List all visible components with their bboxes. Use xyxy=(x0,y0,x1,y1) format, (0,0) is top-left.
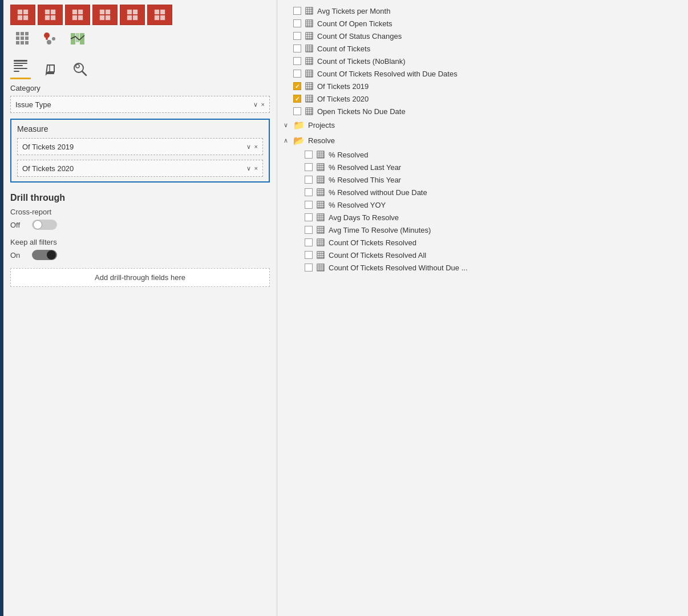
field-checkbox[interactable] xyxy=(305,213,313,221)
svg-point-34 xyxy=(52,37,55,40)
field-label: % Resolved Last Year xyxy=(329,163,401,172)
keep-filters-label: Keep all filters xyxy=(10,238,270,246)
field-checkbox[interactable] xyxy=(305,238,313,246)
field-checkbox[interactable] xyxy=(293,95,301,103)
list-item: % Resolved This Year xyxy=(282,173,681,186)
scatter-plot-icon[interactable] xyxy=(38,29,63,49)
cross-report-toggle-row: Off xyxy=(10,220,270,230)
field-checkbox[interactable] xyxy=(293,44,301,52)
svg-point-33 xyxy=(44,33,50,38)
measure-field-icon xyxy=(305,6,314,15)
svg-rect-29 xyxy=(25,37,29,40)
field-checkbox[interactable] xyxy=(293,7,301,15)
field-label: % Resolved This Year xyxy=(329,176,401,184)
field-checkbox[interactable] xyxy=(293,19,301,27)
field-checkbox[interactable] xyxy=(305,151,313,159)
field-label: Count Of Tickets Resolved with Due Dates xyxy=(317,70,458,78)
measure-chevron-2[interactable]: ∨ xyxy=(246,165,251,172)
category-chevron[interactable]: ∨ xyxy=(253,101,258,108)
svg-rect-18 xyxy=(127,15,132,20)
paint-tool-btn[interactable] xyxy=(40,59,60,79)
field-label: Count Of Open Tickets xyxy=(317,19,392,28)
svg-rect-11 xyxy=(78,15,83,20)
drill-through-section: Drill through Cross-report Off Keep all … xyxy=(10,191,270,289)
folder-projects[interactable]: ∨ 📁 Projects xyxy=(282,117,681,133)
field-label: % Resolved xyxy=(329,151,368,159)
cross-report-toggle-label: Off xyxy=(10,221,27,229)
category-dropdown[interactable]: Issue Type ∨ × xyxy=(10,96,270,113)
svg-line-48 xyxy=(82,71,86,75)
report-icon-5[interactable] xyxy=(120,5,145,25)
svg-point-36 xyxy=(46,38,48,40)
field-checkbox[interactable] xyxy=(305,264,313,271)
svg-rect-23 xyxy=(160,15,165,20)
category-value: Issue Type xyxy=(15,100,253,109)
folder-resolve[interactable]: ∧ 📂 Resolve xyxy=(282,133,681,148)
add-drillthrough-btn[interactable]: Add drill-through fields here xyxy=(10,268,270,287)
field-checkbox[interactable] xyxy=(305,201,313,209)
field-checkbox[interactable] xyxy=(305,188,313,196)
svg-rect-32 xyxy=(25,41,29,44)
list-item: Count Of Tickets Resolved xyxy=(282,236,681,249)
report-icon-2[interactable] xyxy=(38,5,63,25)
svg-rect-45 xyxy=(46,72,54,74)
field-checkbox[interactable] xyxy=(293,57,301,65)
svg-rect-12 xyxy=(100,10,104,14)
category-close[interactable]: × xyxy=(261,101,265,108)
right-panel: Avg Tickets per Month Count Of Open Tick… xyxy=(277,0,688,616)
measure-close-1[interactable]: × xyxy=(254,143,258,150)
drill-title: Drill through xyxy=(10,193,270,203)
measure-field-icon xyxy=(316,175,325,184)
list-item: Avg Days To Resolve xyxy=(282,211,681,224)
measure-close-2[interactable]: × xyxy=(254,165,258,172)
field-checkbox[interactable] xyxy=(305,163,313,171)
report-icon-4[interactable] xyxy=(92,5,118,25)
svg-rect-8 xyxy=(72,10,77,14)
format-tool-btn[interactable] xyxy=(10,56,31,79)
svg-point-35 xyxy=(47,40,51,44)
measure-value-1: Of Tickets 2019 xyxy=(22,143,246,151)
report-icon-1[interactable] xyxy=(10,5,35,25)
svg-rect-24 xyxy=(16,32,19,35)
field-checkbox[interactable] xyxy=(305,226,313,234)
search-tool-btn[interactable] xyxy=(70,59,90,79)
field-label: Of Tickets 2019 xyxy=(317,82,369,91)
svg-rect-4 xyxy=(45,10,50,14)
measure-field-2[interactable]: Of Tickets 2020 ∨ × xyxy=(17,160,263,177)
svg-rect-30 xyxy=(16,41,19,44)
measure-field-icon xyxy=(305,19,314,28)
svg-rect-0 xyxy=(18,10,22,14)
svg-rect-14 xyxy=(100,15,104,20)
list-item: Count Of Tickets Resolved with Due Dates xyxy=(282,67,681,80)
paint-icon xyxy=(40,59,60,79)
keep-filters-toggle[interactable] xyxy=(32,250,57,260)
report-icon-3[interactable] xyxy=(65,5,90,25)
svg-rect-3 xyxy=(23,15,28,20)
field-label: % Resolved YOY xyxy=(329,201,386,209)
field-label: Count Of Tickets Resolved xyxy=(329,238,416,247)
cross-report-toggle[interactable] xyxy=(32,220,57,230)
measure-value-2: Of Tickets 2020 xyxy=(22,164,246,173)
field-checkbox[interactable] xyxy=(293,32,301,40)
search-icon xyxy=(70,59,90,79)
field-checkbox[interactable] xyxy=(305,176,313,184)
measure-field-1[interactable]: Of Tickets 2019 ∨ × xyxy=(17,138,263,155)
keep-filters-toggle-label: On xyxy=(10,251,27,260)
field-checkbox[interactable] xyxy=(293,107,301,115)
measure-field-icon xyxy=(316,188,325,197)
field-checkbox[interactable] xyxy=(293,70,301,78)
svg-rect-5 xyxy=(51,10,55,14)
measure-field-icon xyxy=(305,56,314,66)
measure-chevron-1[interactable]: ∨ xyxy=(246,143,251,151)
measure-actions-1: ∨ × xyxy=(246,143,258,151)
category-label: Category xyxy=(10,84,270,92)
format-underline xyxy=(10,78,31,79)
map-icon[interactable] xyxy=(65,29,90,49)
format-icon xyxy=(10,56,31,76)
resolve-folder-icon: 📂 xyxy=(293,135,305,146)
grid-view-icon[interactable] xyxy=(10,29,35,49)
field-checkbox[interactable] xyxy=(293,82,301,90)
report-icon-6[interactable] xyxy=(147,5,172,25)
field-checkbox[interactable] xyxy=(305,251,313,259)
list-item: % Resolved YOY xyxy=(282,198,681,211)
